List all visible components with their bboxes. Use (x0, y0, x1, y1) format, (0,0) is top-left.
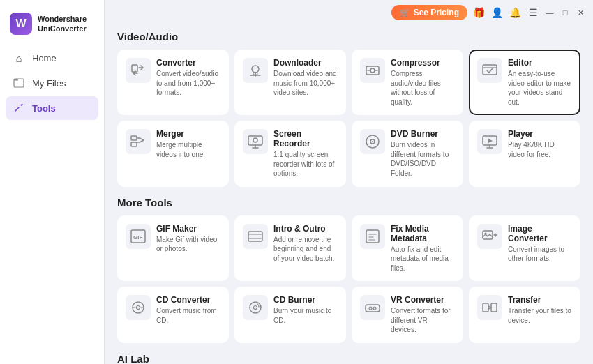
topbar: 🛒 See Pricing 🎁 👤 🔔 ☰ — □ ✕ (105, 0, 593, 24)
see-pricing-button[interactable]: 🛒 See Pricing (391, 5, 467, 20)
svg-point-26 (137, 306, 140, 310)
cd-converter-desc: Convert music from CD. (156, 306, 220, 325)
tool-card-merger[interactable]: Merger Merge multiple videos into one. (117, 121, 229, 187)
screen-recorder-name: Screen Recorder (273, 129, 338, 149)
gif-maker-desc: Make Gif with video or photos. (156, 235, 220, 254)
tool-card-player[interactable]: Player Play 4K/8K HD video for free. (469, 121, 580, 187)
home-icon: ⌂ (13, 52, 25, 64)
tool-card-dvd-burner[interactable]: DVD Burner Burn videos in different form… (352, 121, 463, 187)
gif-maker-icon: GIF (126, 224, 151, 249)
tool-card-gif-maker[interactable]: GIF GIF Maker Make Gif with video or pho… (117, 215, 229, 282)
tool-card-transfer[interactable]: Transfer Transfer your files to device. (469, 287, 580, 343)
svg-point-28 (254, 306, 257, 310)
maximize-button[interactable]: □ (560, 7, 571, 18)
sidebar-item-my-files[interactable]: My Files (6, 71, 98, 95)
player-desc: Play 4K/8K HD video for free. (508, 140, 572, 159)
svg-rect-23 (483, 231, 493, 239)
image-converter-name: Image Converter (508, 224, 572, 243)
more-tools-grid: GIF GIF Maker Make Gif with video or pho… (117, 215, 580, 343)
dvd-burner-desc: Burn videos in different formats to DVD/… (391, 140, 455, 178)
svg-rect-33 (491, 303, 497, 312)
editor-desc: An easy-to-use video editor to make your… (508, 69, 572, 107)
tool-card-editor[interactable]: Editor An easy-to-use video editor to ma… (469, 50, 580, 115)
video-audio-grid: Converter Convert video/audio to and fro… (117, 50, 580, 187)
sidebar-item-home[interactable]: ⌂ Home (6, 46, 98, 70)
cd-burner-name: CD Burner (273, 295, 338, 305)
tool-card-vr-converter[interactable]: VR Converter Convert formats for differe… (352, 287, 463, 343)
player-name: Player (508, 129, 572, 139)
sidebar-item-my-files-label: My Files (32, 78, 66, 89)
svg-rect-8 (131, 136, 137, 140)
downloader-name: Downloader (273, 58, 338, 68)
screen-recorder-icon (243, 129, 268, 154)
svg-rect-3 (132, 65, 137, 72)
sidebar-item-tools-label: Tools (32, 103, 56, 114)
fix-media-metadata-desc: Auto-fix and edit metadata of media file… (391, 245, 455, 273)
gift-icon[interactable]: 🎁 (472, 6, 486, 20)
transfer-icon (477, 295, 502, 320)
svg-point-27 (250, 302, 261, 313)
see-pricing-label: See Pricing (414, 8, 459, 17)
editor-icon (477, 58, 502, 83)
compressor-icon (360, 58, 385, 83)
tool-card-intro-outro[interactable]: Intro & Outro Add or remove the beginnin… (234, 215, 346, 282)
sidebar-item-home-label: Home (32, 53, 57, 63)
section-video-audio: Video/Audio Converter Convert video/audi… (117, 31, 580, 187)
svg-rect-32 (483, 303, 488, 312)
logo-icon: W (10, 13, 32, 35)
screen-recorder-desc: 1:1 quality screen recorder with lots of… (273, 150, 338, 179)
menu-icon[interactable]: ☰ (526, 6, 540, 20)
tool-card-converter[interactable]: Converter Convert video/audio to and fro… (117, 50, 229, 115)
close-button[interactable]: ✕ (575, 7, 586, 18)
gif-maker-name: GIF Maker (156, 224, 220, 234)
sidebar-item-tools[interactable]: Tools (6, 96, 98, 120)
minimize-button[interactable]: — (544, 7, 555, 18)
tool-card-compressor[interactable]: Compressor Compress audio/video files wi… (352, 50, 463, 115)
vr-converter-icon (360, 295, 385, 320)
my-files-icon (13, 77, 25, 89)
section-more-tools: More Tools GIF GIF Maker Make Gif with v… (117, 197, 580, 343)
svg-point-2 (21, 105, 22, 106)
logo-text: Wondershare UniConverter (38, 14, 87, 34)
tool-card-fix-media-metadata[interactable]: Fix Media Metadata Auto-fix and edit met… (352, 215, 463, 282)
tool-card-cd-burner[interactable]: CD Burner Burn your music to CD. (234, 287, 346, 343)
cd-burner-icon (243, 295, 268, 320)
transfer-name: Transfer (508, 295, 572, 305)
app-logo: W Wondershare UniConverter (0, 6, 104, 46)
cd-converter-name: CD Converter (156, 295, 220, 305)
svg-rect-10 (248, 136, 262, 145)
transfer-desc: Transfer your files to device. (508, 306, 572, 325)
cart-icon: 🛒 (400, 8, 410, 17)
intro-outro-name: Intro & Outro (273, 224, 338, 234)
image-converter-icon (477, 224, 502, 249)
tool-card-downloader[interactable]: Downloader Download video and music from… (234, 50, 346, 115)
cd-burner-desc: Burn your music to CD. (273, 306, 338, 325)
tool-card-cd-converter[interactable]: CD Converter Convert music from CD. (117, 287, 229, 343)
svg-point-11 (253, 138, 257, 142)
downloader-desc: Download video and music from 10,000+ vi… (273, 69, 338, 98)
user-icon[interactable]: 👤 (490, 6, 504, 20)
vr-converter-name: VR Converter (391, 295, 455, 305)
section-video-audio-title: Video/Audio (117, 31, 580, 43)
fix-media-metadata-icon (360, 224, 385, 249)
image-converter-desc: Convert images to other formats. (508, 245, 572, 264)
svg-rect-7 (483, 65, 497, 75)
svg-point-4 (252, 66, 259, 73)
tool-card-image-converter[interactable]: Image Converter Convert images to other … (469, 215, 580, 282)
player-icon (477, 129, 502, 154)
svg-rect-0 (14, 79, 18, 81)
svg-rect-19 (248, 232, 262, 241)
dvd-burner-icon (360, 129, 385, 154)
converter-desc: Convert video/audio to and from 1,000+ f… (156, 69, 220, 98)
bell-icon[interactable]: 🔔 (508, 6, 522, 20)
fix-media-metadata-name: Fix Media Metadata (391, 224, 455, 243)
svg-rect-22 (366, 230, 379, 243)
cd-converter-icon (126, 295, 151, 320)
section-ai-lab-title: AI Lab (117, 353, 580, 365)
dvd-burner-name: DVD Burner (391, 129, 455, 139)
editor-name: Editor (508, 58, 572, 68)
sidebar: W Wondershare UniConverter ⌂ Home My Fil… (0, 0, 105, 364)
tool-card-screen-recorder[interactable]: Screen Recorder 1:1 quality screen recor… (234, 121, 346, 187)
intro-outro-icon (243, 224, 268, 249)
merger-name: Merger (156, 129, 220, 139)
